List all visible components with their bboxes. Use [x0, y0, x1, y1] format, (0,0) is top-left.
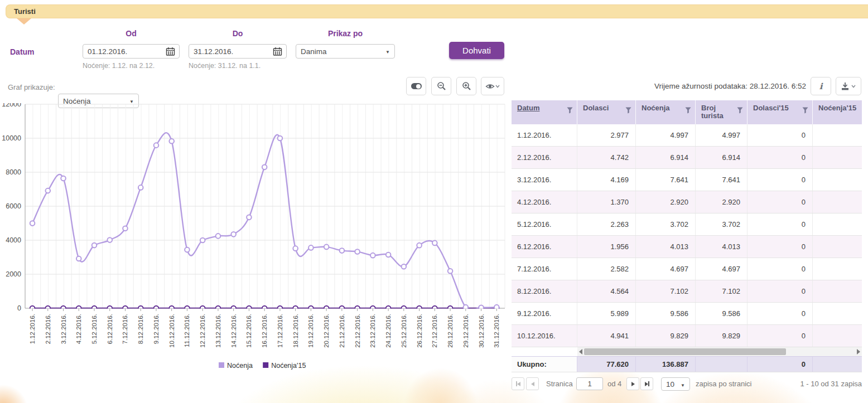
total-cell: 0	[748, 357, 813, 372]
info-button[interactable]: i	[811, 77, 831, 95]
data-point[interactable]	[154, 143, 159, 148]
data-point[interactable]	[107, 237, 112, 242]
data-point[interactable]	[123, 226, 128, 231]
table-cell: 7.102	[696, 280, 748, 302]
table-row[interactable]: 5.12.2016.2.2633.7023.7020	[512, 213, 862, 236]
data-point[interactable]	[92, 243, 97, 248]
table-cell: 2.977	[577, 124, 636, 146]
page-size-label: zapisa po stranici	[696, 380, 751, 388]
zoom-in-button[interactable]	[456, 77, 476, 95]
first-page-button[interactable]	[512, 377, 524, 390]
next-page-icon	[631, 382, 635, 386]
page-size-select[interactable]: 10 ▼	[661, 377, 690, 391]
column-header[interactable]: Dolasci'15	[748, 100, 813, 124]
toggle-series-button[interactable]	[406, 77, 426, 95]
x-axis-tick-label: 25.12.2016.	[401, 314, 407, 348]
data-point[interactable]	[262, 165, 267, 170]
date-from-input[interactable]	[83, 45, 179, 58]
table-cell	[813, 280, 862, 302]
table-row[interactable]: 3.12.2016.4.1697.6417.6410	[512, 169, 862, 191]
filter-icon[interactable]	[567, 107, 573, 114]
x-axis-tick-label: 9.12.2016.	[153, 314, 160, 344]
prikaz-po-select[interactable]: Danima ▼	[296, 44, 395, 59]
filter-icon[interactable]	[685, 107, 691, 114]
page-number-input[interactable]	[576, 377, 603, 390]
nocenja-line-chart[interactable]: 0200040006000800010000120001.12.2016.2.1…	[0, 103, 508, 377]
graf-prikazuje-label: Graf prikazuje:	[8, 83, 55, 91]
data-point[interactable]	[76, 256, 81, 261]
previous-page-button[interactable]	[526, 377, 539, 390]
data-point[interactable]	[417, 243, 422, 248]
filter-icon[interactable]	[625, 107, 631, 114]
date-to-input[interactable]	[189, 45, 286, 58]
last-page-button[interactable]	[640, 377, 653, 390]
data-point[interactable]	[169, 139, 174, 144]
table-cell: 5.989	[577, 303, 636, 324]
table-cell	[813, 191, 862, 213]
data-point[interactable]	[308, 245, 314, 250]
table-row[interactable]: 1.12.2016.2.9774.9974.9970	[512, 124, 862, 147]
scrollbar-thumb[interactable]	[584, 348, 786, 355]
table-cell: 4.12.2016.	[512, 191, 577, 213]
data-point[interactable]	[355, 249, 360, 254]
data-point[interactable]	[231, 232, 236, 237]
legend-swatch[interactable]	[263, 362, 268, 368]
column-header[interactable]: Datum	[512, 100, 577, 124]
table-row[interactable]: 4.12.2016.1.3702.9202.9200	[512, 191, 862, 213]
data-point[interactable]	[30, 221, 35, 226]
table-row[interactable]: 9.12.2016.5.9899.5869.5860	[512, 303, 862, 325]
table-row[interactable]: 6.12.2016.1.9564.0134.0130	[512, 236, 862, 258]
filter-icon[interactable]	[737, 107, 743, 114]
column-header[interactable]: Broj turista	[696, 100, 748, 124]
table-cell: 2.582	[577, 258, 636, 280]
data-point[interactable]	[216, 234, 221, 239]
data-point[interactable]	[200, 238, 205, 243]
table-cell: 6.12.2016.	[512, 236, 577, 258]
zoom-out-button[interactable]	[431, 77, 451, 95]
scroll-right-arrow[interactable]	[857, 349, 860, 355]
export-button[interactable]	[836, 77, 861, 95]
next-page-button[interactable]	[626, 377, 639, 390]
data-point[interactable]	[448, 269, 453, 274]
filter-icon[interactable]	[802, 107, 808, 114]
tab-turisti[interactable]: Turisti	[6, 4, 868, 18]
tab-active-arrow	[17, 18, 31, 25]
column-header[interactable]: Noćenja'15	[813, 100, 862, 124]
x-axis-tick-label: 20.12.2016.	[323, 314, 330, 348]
table-row[interactable]: 10.12.2016.4.9419.8299.8290	[512, 325, 862, 347]
dohvati-button[interactable]: Dohvati	[449, 42, 504, 59]
data-point[interactable]	[340, 248, 345, 253]
table-cell: 7.641	[636, 169, 696, 191]
data-point[interactable]	[61, 176, 66, 181]
table-cell: 0	[748, 169, 813, 191]
y-axis-tick-label: 8000	[6, 168, 21, 176]
table-row[interactable]: 8.12.2016.4.5647.1027.1020	[512, 280, 862, 303]
data-point[interactable]	[138, 185, 143, 190]
data-point[interactable]	[293, 246, 298, 251]
column-header[interactable]: Dolasci	[577, 100, 636, 124]
data-point[interactable]	[402, 264, 407, 269]
data-point[interactable]	[278, 136, 283, 141]
data-point[interactable]	[432, 241, 437, 246]
data-point[interactable]	[45, 188, 50, 193]
scrollbar-track[interactable]	[577, 347, 862, 356]
table-row[interactable]: 7.12.2016.2.5824.6974.6970	[512, 258, 862, 280]
column-header[interactable]: Noćenja	[636, 100, 696, 124]
legend-label[interactable]: Noćenja'15	[271, 362, 306, 370]
data-point[interactable]	[370, 253, 375, 258]
x-axis-tick-label: 31.12.2016.	[493, 314, 500, 348]
scroll-left-arrow[interactable]	[579, 349, 582, 355]
calendar-icon[interactable]	[166, 47, 177, 57]
table-row[interactable]: 2.12.2016.4.7426.9146.9140	[512, 147, 862, 169]
data-point[interactable]	[247, 215, 252, 220]
calendar-icon[interactable]	[273, 47, 284, 57]
do-label: Do	[189, 29, 287, 38]
x-axis-tick-label: 5.12.2016.	[91, 314, 98, 344]
data-point[interactable]	[386, 253, 391, 258]
data-point[interactable]	[185, 247, 190, 253]
legend-swatch[interactable]	[219, 362, 224, 368]
visibility-menu-button[interactable]	[481, 77, 504, 95]
turisti-dashboard: Turisti Od Do Prikaz po Datum Noćenje: 1…	[0, 0, 868, 403]
legend-label[interactable]: Noćenja	[227, 362, 253, 370]
data-point[interactable]	[324, 245, 329, 250]
